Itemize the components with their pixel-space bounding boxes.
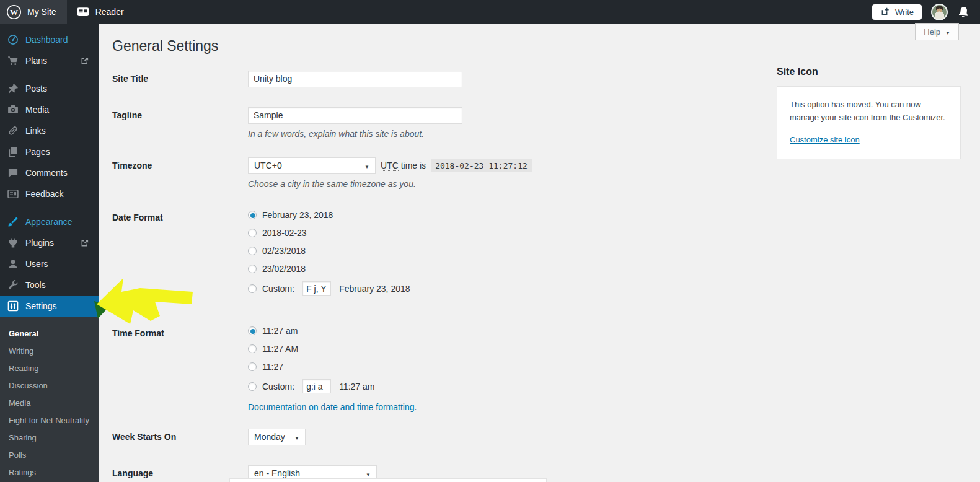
reader-icon [76,5,90,19]
radio [248,284,257,293]
sidebar-item-plugins[interactable]: Plugins [0,232,99,253]
cart-icon [7,55,19,67]
media-icon [7,103,19,116]
language-label: Language [112,465,248,482]
admin-bar: W My Site Reader Write [0,0,980,24]
wrench-icon [7,279,19,291]
chain-link-icon [7,125,19,137]
sidebar-item-tools[interactable]: Tools [0,274,99,296]
time-format-custom-example: 11:27 am [339,382,374,392]
date-format-label: Date Format [112,209,248,303]
settings-submenu: General Writing Reading Discussion Media… [0,317,99,482]
date-format-custom-input[interactable] [302,281,331,296]
submenu-item-polls[interactable]: Polls [0,446,99,463]
sidebar-item-appearance[interactable]: Appearance [0,211,99,232]
cutoff-element [229,478,547,482]
site-icon-title: Site Icon [777,66,961,77]
tagline-label: Tagline [112,107,248,139]
date-format-option-1[interactable]: February 23, 2018 [248,209,410,221]
my-site-menu[interactable]: W My Site [0,0,67,24]
timezone-label: Timezone [112,157,248,189]
sidebar-item-settings[interactable]: Settings [0,296,99,317]
settings-content: Help General Settings Site Title Tagline… [99,24,980,482]
svg-text:W: W [10,7,18,17]
reader-menu[interactable]: Reader [67,0,133,24]
comment-bubble-icon [7,167,19,179]
sidebar-item-posts[interactable]: Posts [0,78,99,99]
timezone-description: Choose a city in the same timezone as yo… [248,179,532,189]
dashboard-icon [7,33,19,46]
pushpin-icon [7,82,19,95]
utc-time-value: 2018-02-23 11:27:12 [431,159,532,172]
time-format-option-1[interactable]: 11:27 am [248,325,417,336]
radio [248,229,257,237]
time-format-option-3[interactable]: 11:27 [248,361,417,372]
chevron-down-icon [366,468,371,478]
radio [248,362,257,371]
radio-selected [248,211,257,219]
utc-abbr: UTC [381,160,399,171]
sidebar-item-pages[interactable]: Pages [0,141,99,162]
time-format-option-2[interactable]: 11:27 AM [248,343,417,354]
submenu-item-fight-for-net-neutrality[interactable]: Fight for Net Neutrality [0,411,99,429]
documentation-link[interactable]: Documentation on date and time formattin… [248,402,415,412]
chevron-down-icon [364,160,369,170]
feedback-icon [7,188,19,200]
sidebar-item-links[interactable]: Links [0,120,99,141]
customize-site-icon-link[interactable]: Customize site icon [790,135,860,144]
date-format-option-2[interactable]: 2018-02-23 [248,227,410,239]
site-icon-panel: Site Icon This option has moved. You can… [777,66,961,159]
submenu-item-general[interactable]: General [0,325,99,342]
site-title-label: Site Title [112,71,248,87]
submenu-item-writing[interactable]: Writing [0,342,99,359]
help-button[interactable]: Help [915,23,959,40]
date-format-custom-example: February 23, 2018 [339,284,410,294]
chevron-down-icon [945,27,950,37]
sidebar-item-comments[interactable]: Comments [0,162,99,183]
chevron-down-icon [294,432,299,442]
date-format-custom-option[interactable]: Custom: February 23, 2018 [248,281,410,296]
wordpress-admin-window: W My Site Reader Write [0,0,980,482]
settings-sliders-icon [7,300,19,312]
timezone-select[interactable]: UTC+0 [248,157,376,174]
sidebar-item-media[interactable]: Media [0,99,99,120]
write-icon [880,7,890,17]
tagline-description: In a few words, explain what this site i… [248,129,462,139]
notifications-bell-icon[interactable] [956,4,971,19]
plugin-icon [7,237,19,249]
submenu-item-media[interactable]: Media [0,394,99,411]
sidebar-item-plans[interactable]: Plans [0,50,99,71]
submenu-item-sharing[interactable]: Sharing [0,429,99,446]
site-icon-message: This option has moved. You can now manag… [790,99,948,125]
tagline-input[interactable] [248,107,462,124]
external-link-icon [80,239,89,248]
site-title-input[interactable] [248,71,462,87]
reader-label: Reader [95,7,124,17]
page-title: General Settings [112,37,980,56]
time-format-label: Time Format [112,325,248,412]
wordpress-logo-icon: W [6,4,22,20]
date-format-option-3[interactable]: 02/23/2018 [248,245,410,256]
avatar[interactable] [931,4,948,20]
time-format-custom-option[interactable]: Custom: 11:27 am [248,379,417,394]
week-starts-on-label: Week Starts On [112,429,248,445]
radio [248,382,257,391]
submenu-item-reading[interactable]: Reading [0,359,99,377]
radio [248,344,257,353]
sidebar-item-users[interactable]: Users [0,253,99,274]
submenu-item-ratings[interactable]: Ratings [0,463,99,481]
admin-sidebar: Dashboard Plans Posts Media [0,24,99,482]
external-link-icon [80,56,89,66]
pages-icon [7,146,19,158]
week-starts-on-select[interactable]: Monday [248,429,306,445]
write-button[interactable]: Write [872,4,922,20]
radio [248,247,257,255]
user-icon [7,258,19,270]
time-format-custom-input[interactable] [302,379,331,393]
radio-selected [248,326,257,335]
paintbrush-icon [7,216,19,228]
sidebar-item-dashboard[interactable]: Dashboard [0,29,99,50]
date-format-option-4[interactable]: 23/02/2018 [248,263,410,274]
submenu-item-discussion[interactable]: Discussion [0,377,99,394]
sidebar-item-feedback[interactable]: Feedback [0,183,99,204]
